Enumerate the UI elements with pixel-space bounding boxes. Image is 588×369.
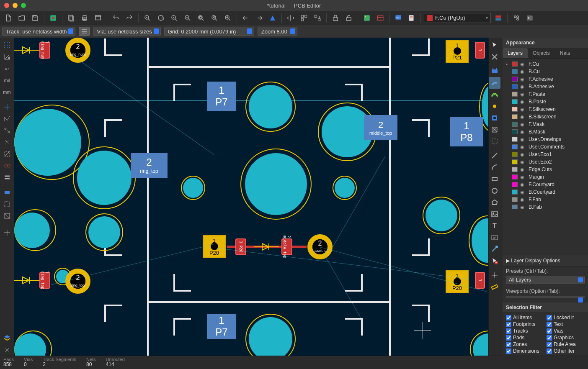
eye-icon[interactable]: ◉	[520, 167, 526, 172]
unlock-icon[interactable]	[343, 12, 355, 24]
tab-layers[interactable]: Layers	[503, 48, 528, 58]
filter-locked-it[interactable]: Locked it	[547, 315, 585, 320]
layer-swatch-icon[interactable]	[512, 62, 518, 67]
eye-icon[interactable]: ◉	[520, 197, 526, 202]
plugin-icon[interactable]	[511, 12, 522, 24]
route-diff-pair-icon[interactable]	[489, 89, 500, 100]
checkbox-icon[interactable]	[506, 328, 511, 334]
pad-display-icon[interactable]	[1, 160, 13, 172]
local-ratsnest-icon[interactable]	[489, 51, 500, 63]
delete-icon[interactable]	[489, 255, 500, 267]
layer-swatch-icon[interactable]	[512, 152, 518, 157]
eye-icon[interactable]: ◉	[520, 152, 526, 157]
filter-tracks[interactable]: Tracks	[506, 328, 544, 334]
layer-swatch-icon[interactable]	[512, 84, 518, 89]
show-grid-icon[interactable]	[1, 39, 13, 51]
eye-icon[interactable]: ◉	[520, 159, 526, 165]
filter-all-items[interactable]: All items	[506, 315, 544, 320]
layer-pair-icon[interactable]	[493, 12, 504, 24]
curved-lines-icon[interactable]	[1, 125, 13, 136]
drc-icon[interactable]	[406, 12, 418, 24]
inches-icon[interactable]: in	[1, 63, 13, 74]
layer-row-user-comments[interactable]: ◉ User.Comments	[503, 143, 588, 151]
layer-swatch-icon[interactable]	[512, 92, 518, 97]
layer-row-f-courtyard[interactable]: ◉ F.Courtyard	[503, 181, 588, 188]
eye-icon[interactable]: ◉	[520, 107, 526, 112]
layer-swatch-icon[interactable]	[512, 159, 518, 164]
place-textbox-icon[interactable]	[489, 232, 500, 243]
eye-icon[interactable]: ◉	[520, 77, 526, 82]
layer-row-f-silkscreen[interactable]: ◉ F.Silkscreen	[503, 105, 588, 113]
footprint-editor-icon[interactable]	[361, 12, 373, 24]
polar-coords-icon[interactable]: θ	[1, 51, 13, 63]
preferences-icon[interactable]	[1, 344, 13, 356]
place-zone-icon[interactable]	[489, 124, 500, 136]
scripting-icon[interactable]	[524, 12, 536, 24]
net-highlight-icon[interactable]	[1, 136, 13, 148]
zoom-objects-icon[interactable]	[209, 12, 220, 24]
select-tool-icon[interactable]	[489, 39, 500, 51]
layer-swatch-icon[interactable]	[512, 99, 518, 104]
tune-length-icon[interactable]	[489, 100, 500, 112]
layer-row-f-mask[interactable]: ◉ F.Mask	[503, 120, 588, 128]
viewports-dropdown[interactable]	[506, 296, 585, 298]
layer-row-user-eco2[interactable]: ◉ User.Eco2	[503, 158, 588, 166]
checkbox-icon[interactable]	[547, 322, 552, 327]
layer-row-f-adhesive[interactable]: ◉ F.Adhesive	[503, 75, 588, 83]
mirror-icon[interactable]	[285, 12, 297, 24]
via-size-dropdown[interactable]: Via: use netclass sizes	[93, 27, 160, 36]
layer-row-b-cu[interactable]: ◉ B.Cu	[503, 68, 588, 75]
tab-nets[interactable]: Nets	[555, 48, 575, 58]
footprint-browser-icon[interactable]	[374, 12, 386, 24]
filter-rule-area[interactable]: Rule Area	[547, 341, 585, 347]
layer-row-f-paste[interactable]: ◉ F.Paste	[503, 90, 588, 98]
tab-objects[interactable]: Objects	[528, 48, 555, 58]
outline-mode-icon[interactable]	[1, 198, 13, 210]
filter-other-iter[interactable]: Other iter	[547, 348, 585, 354]
layer-swatch-icon[interactable]	[512, 144, 518, 149]
update-pcb-icon[interactable]: NET	[392, 12, 404, 24]
eye-icon[interactable]: ◉	[520, 84, 526, 90]
place-rule-area-icon[interactable]	[489, 136, 500, 147]
eye-icon[interactable]: ◉	[520, 92, 526, 97]
measure-icon[interactable]	[489, 281, 500, 293]
open-icon[interactable]	[16, 12, 28, 24]
full-crosshair-icon[interactable]	[1, 101, 13, 113]
zoom-out-icon[interactable]	[182, 12, 193, 24]
layer-list[interactable]: ▸ ◉ F.Cu ◉ B.Cu ◉ F.Adhesive ◉ B.Adhesiv…	[503, 59, 588, 209]
refresh-icon[interactable]	[155, 12, 167, 24]
dimension-icon[interactable]	[489, 243, 500, 255]
zoom-selection-icon[interactable]	[222, 12, 234, 24]
eye-icon[interactable]: ◉	[520, 114, 526, 120]
layer-swatch-icon[interactable]	[512, 122, 518, 127]
filter-vias[interactable]: Vias	[547, 328, 585, 334]
net-inspector-icon[interactable]	[1, 227, 13, 238]
layer-swatch-icon[interactable]	[512, 129, 518, 134]
mils-icon[interactable]: mil	[1, 74, 13, 86]
draw-line-icon[interactable]	[489, 150, 500, 161]
filter-text[interactable]: Text	[547, 321, 585, 327]
eye-icon[interactable]: ◉	[520, 129, 526, 135]
checkbox-icon[interactable]	[547, 342, 552, 347]
layer-row-margin[interactable]: ◉ Margin	[503, 173, 588, 181]
layers-manager-icon[interactable]	[1, 332, 13, 344]
board-setup-icon[interactable]	[47, 12, 59, 24]
layer-swatch-icon[interactable]	[512, 167, 518, 172]
layer-row-b-fab[interactable]: ◉ B.Fab	[503, 203, 588, 209]
pcb-canvas[interactable]: 1P7 1P7 1P8 2middle_top 2ring_top 2ring_…	[14, 38, 488, 356]
eye-icon[interactable]: ◉	[520, 62, 526, 67]
redo-icon[interactable]	[124, 12, 135, 24]
layer-row-f-cu[interactable]: ▸ ◉ F.Cu	[503, 60, 588, 68]
via-display-icon[interactable]	[1, 172, 13, 183]
checkbox-icon[interactable]	[506, 315, 511, 320]
eye-icon[interactable]: ◉	[520, 205, 526, 210]
eye-icon[interactable]: ◉	[520, 122, 526, 127]
layer-row-user-drawings[interactable]: ◉ User.Drawings	[503, 136, 588, 143]
layer-row-b-mask[interactable]: ◉ B.Mask	[503, 128, 588, 136]
draw-circle-icon[interactable]	[489, 185, 500, 197]
draw-polygon-icon[interactable]	[489, 197, 500, 208]
3d-viewer-icon[interactable]	[267, 12, 279, 24]
eye-icon[interactable]: ◉	[520, 144, 526, 150]
checkbox-icon[interactable]	[506, 342, 511, 347]
curved-ratsnest-icon[interactable]	[312, 12, 323, 24]
